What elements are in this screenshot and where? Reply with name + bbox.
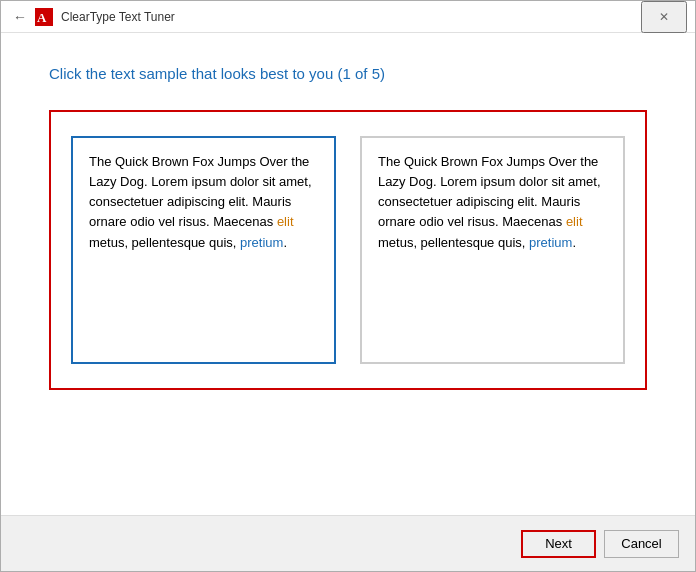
sample-box-1[interactable]: The Quick Brown Fox Jumps Over the Lazy … xyxy=(71,136,336,364)
sample1-text: The Quick Brown Fox Jumps Over the Lazy … xyxy=(89,154,312,250)
app-icon: A xyxy=(35,8,53,26)
title-bar: ← A ClearType Text Tuner ✕ xyxy=(1,1,695,33)
cancel-button[interactable]: Cancel xyxy=(604,530,679,558)
instruction-text: Click the text sample that looks best to… xyxy=(49,65,647,82)
content-area: Click the text sample that looks best to… xyxy=(1,33,695,515)
main-window: ← A ClearType Text Tuner ✕ Click the tex… xyxy=(0,0,696,572)
sample2-text: The Quick Brown Fox Jumps Over the Lazy … xyxy=(378,154,601,250)
sample-box-2[interactable]: The Quick Brown Fox Jumps Over the Lazy … xyxy=(360,136,625,364)
back-button[interactable]: ← xyxy=(13,9,27,25)
samples-container: The Quick Brown Fox Jumps Over the Lazy … xyxy=(49,110,647,390)
next-button[interactable]: Next xyxy=(521,530,596,558)
title-bar-left: ← A ClearType Text Tuner xyxy=(13,8,175,26)
window-title: ClearType Text Tuner xyxy=(61,10,175,24)
svg-text:A: A xyxy=(37,10,47,25)
close-button[interactable]: ✕ xyxy=(641,1,687,33)
footer: Next Cancel xyxy=(1,515,695,571)
